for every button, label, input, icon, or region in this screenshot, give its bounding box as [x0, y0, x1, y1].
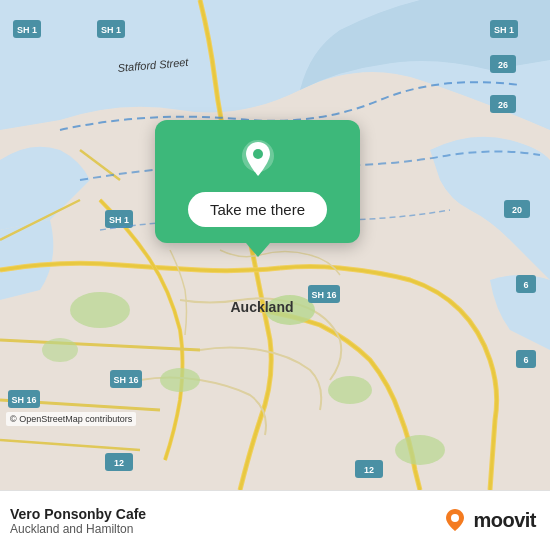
map-view: SH 1 SH 1 SH 1 SH 16 SH 16 SH 1 26 26 20… — [0, 0, 550, 490]
svg-point-9 — [328, 376, 372, 404]
svg-text:6: 6 — [523, 280, 528, 290]
svg-text:20: 20 — [512, 205, 522, 215]
svg-text:26: 26 — [498, 100, 508, 110]
svg-point-44 — [451, 514, 459, 522]
take-me-there-button[interactable]: Take me there — [188, 192, 327, 227]
place-location: Auckland and Hamilton — [10, 522, 146, 536]
svg-text:Auckland: Auckland — [230, 299, 293, 315]
moovit-logo: moovit — [441, 507, 536, 535]
svg-text:12: 12 — [364, 465, 374, 475]
svg-text:SH 16: SH 16 — [311, 290, 336, 300]
moovit-pin-icon — [441, 507, 469, 535]
svg-point-43 — [253, 149, 263, 159]
svg-text:SH 16: SH 16 — [113, 375, 138, 385]
location-popup: Take me there — [155, 120, 360, 243]
bottom-info-bar: Vero Ponsonby Cafe Auckland and Hamilton… — [0, 490, 550, 550]
svg-point-7 — [160, 368, 200, 392]
map-attribution: © OpenStreetMap contributors — [6, 412, 136, 426]
svg-point-10 — [395, 435, 445, 465]
svg-point-8 — [70, 292, 130, 328]
place-info: Vero Ponsonby Cafe Auckland and Hamilton — [10, 506, 146, 536]
location-pin-icon — [236, 138, 280, 182]
svg-text:SH 16: SH 16 — [11, 395, 36, 405]
svg-text:SH 1: SH 1 — [17, 25, 37, 35]
svg-text:26: 26 — [498, 60, 508, 70]
svg-text:SH 1: SH 1 — [494, 25, 514, 35]
place-name: Vero Ponsonby Cafe — [10, 506, 146, 522]
moovit-brand-name: moovit — [473, 509, 536, 532]
svg-text:SH 1: SH 1 — [101, 25, 121, 35]
svg-text:12: 12 — [114, 458, 124, 468]
svg-point-11 — [42, 338, 78, 362]
svg-text:6: 6 — [523, 355, 528, 365]
svg-text:SH 1: SH 1 — [109, 215, 129, 225]
